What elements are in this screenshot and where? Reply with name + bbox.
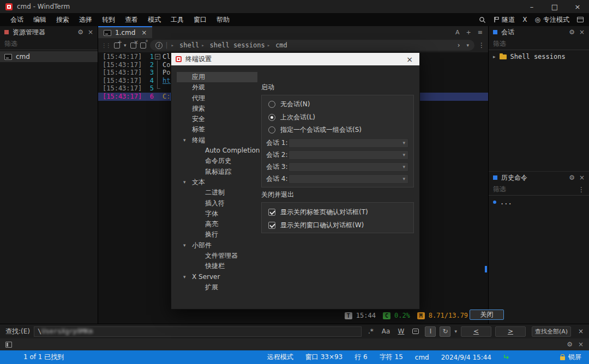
session-dropdown[interactable] <box>289 162 408 172</box>
session-tree-item[interactable]: ▸ Shell sessions <box>489 51 589 62</box>
chevron-right-icon[interactable]: › <box>458 41 460 49</box>
chevron-down-icon[interactable]: ▾ <box>454 329 457 334</box>
find-previous-button[interactable]: < <box>461 326 491 337</box>
history-item[interactable]: ... <box>489 197 589 208</box>
menu-item[interactable]: 窗口 <box>189 16 212 23</box>
search-icon[interactable] <box>479 16 486 23</box>
window-size[interactable]: 窗口 33×93 <box>305 353 342 362</box>
more-options-icon[interactable] <box>478 41 485 49</box>
tab-1-cmd[interactable]: 1.cmd × <box>98 26 152 38</box>
menu-item[interactable]: 帮助 <box>212 16 235 23</box>
cursor-toggle[interactable]: I <box>425 326 436 337</box>
fold-marker-icon[interactable] <box>154 61 163 69</box>
menu-item[interactable]: 编辑 <box>28 16 51 23</box>
fold-marker-icon[interactable] <box>154 84 163 93</box>
fold-marker-icon[interactable] <box>154 69 163 77</box>
wrap-around-icon[interactable] <box>440 326 450 337</box>
tab-list-icon[interactable]: ≡ <box>478 29 483 36</box>
clone-session-icon[interactable] <box>140 43 146 48</box>
gear-icon[interactable] <box>77 28 83 36</box>
settings-nav-item[interactable]: X Server <box>177 272 257 282</box>
settings-nav-item[interactable]: 搜索 <box>177 104 257 114</box>
checkbox-option[interactable]: 显示关闭窗口确认对话框(W) <box>268 221 364 230</box>
settings-nav-item[interactable]: 安全 <box>177 114 257 124</box>
session-dropdown[interactable] <box>289 174 408 184</box>
settings-nav-item[interactable]: 插入符 <box>177 198 257 209</box>
regex-toggle[interactable]: .* <box>365 326 376 337</box>
settings-nav-item[interactable]: 文本 <box>177 177 257 187</box>
checkbox-icon[interactable] <box>268 209 275 216</box>
lock-screen-button[interactable]: 锁屏 <box>560 353 581 362</box>
gear-icon[interactable] <box>569 28 575 36</box>
shell-type[interactable]: cmd <box>415 354 429 361</box>
focus-mode-button[interactable]: ◎ 专注模式 <box>535 15 569 25</box>
close-button[interactable]: × <box>566 0 589 13</box>
chevron-down-icon[interactable] <box>183 240 186 251</box>
menu-item[interactable]: 模式 <box>143 16 166 23</box>
history-filter-input[interactable]: 筛选 <box>489 184 589 196</box>
network-latency-icon[interactable] <box>503 353 510 361</box>
cursor-line[interactable]: 行 6 <box>354 353 367 362</box>
font-size-icon[interactable]: A <box>455 29 460 36</box>
find-next-button[interactable]: > <box>495 326 526 337</box>
chevron-down-icon[interactable]: ▾ <box>124 43 127 48</box>
breadcrumb-item[interactable]: cmd <box>267 41 287 49</box>
breadcrumb-item[interactable]: shell <box>171 41 200 49</box>
menu-item[interactable]: 会话 <box>5 16 28 23</box>
find-close-icon[interactable]: × <box>578 327 584 335</box>
tunnel-button[interactable]: 隧道 <box>494 15 515 25</box>
settings-nav-item[interactable]: 标签 <box>177 124 257 135</box>
settings-nav-item[interactable]: 小部件 <box>177 240 257 251</box>
close-panel-icon[interactable] <box>88 28 93 36</box>
tab-close-icon[interactable]: × <box>141 29 147 37</box>
dialog-close-button[interactable]: 关闭 <box>470 310 504 320</box>
settings-nav-item[interactable]: 终端 <box>177 135 257 145</box>
maximize-button[interactable]: □ <box>543 0 566 13</box>
x-server-button[interactable]: X <box>522 16 527 23</box>
breadcrumb-item[interactable]: shell sessions <box>201 41 265 49</box>
gear-icon[interactable] <box>569 174 575 181</box>
remote-mode[interactable]: 远程模式 <box>267 353 293 362</box>
new-session-icon[interactable] <box>114 43 120 48</box>
chevron-right-icon[interactable]: ▸ <box>493 54 496 59</box>
settings-nav-item[interactable]: 快捷栏 <box>177 261 257 271</box>
match-case-toggle[interactable]: Aa <box>380 326 392 337</box>
menu-item[interactable]: 查看 <box>120 16 143 23</box>
dialog-title-bar[interactable]: 终端设置 × <box>171 53 419 65</box>
session-dropdown[interactable] <box>289 150 408 160</box>
fold-marker-icon[interactable] <box>154 93 163 101</box>
settings-nav-item[interactable]: 代理 <box>177 93 257 104</box>
cursor-char[interactable]: 字符 15 <box>380 353 403 362</box>
chevron-down-icon[interactable] <box>183 135 186 145</box>
close-panel-icon[interactable] <box>578 341 584 348</box>
chevron-down-icon[interactable]: ▾ <box>466 43 469 48</box>
explorer-filter-input[interactable]: 筛选 <box>0 38 98 50</box>
layout-icon[interactable] <box>577 17 584 22</box>
settings-nav-item[interactable]: 扩展 <box>177 282 257 293</box>
menu-item[interactable]: 工具 <box>166 16 189 23</box>
breadcrumb[interactable]: | shellshell sessionscmd › ▾ <box>150 40 474 51</box>
settings-nav-item[interactable]: 命令历史 <box>177 156 257 166</box>
radio-option[interactable]: 指定一个会话或一组会话(S) <box>268 125 362 135</box>
close-session-icon[interactable] <box>130 43 136 48</box>
chevron-down-icon[interactable] <box>183 177 186 187</box>
menu-item[interactable]: 选择 <box>74 16 97 23</box>
settings-nav-item[interactable]: Auto Completion <box>177 145 257 156</box>
radio-icon[interactable] <box>268 114 275 121</box>
info-icon[interactable] <box>155 42 163 49</box>
sessions-filter-input[interactable]: 筛选 <box>489 38 589 50</box>
session-dropdown[interactable] <box>289 138 408 148</box>
settings-nav-item[interactable]: 换行 <box>177 229 257 240</box>
explorer-item-cmd[interactable]: cmd <box>0 51 98 62</box>
settings-nav-item[interactable]: 二进制 <box>177 187 257 198</box>
checkbox-icon[interactable] <box>268 222 275 229</box>
radio-option[interactable]: 上次会话(L) <box>268 113 315 122</box>
close-panel-icon[interactable] <box>579 174 585 181</box>
radio-option[interactable]: 无会话(N) <box>268 100 310 109</box>
settings-nav-item[interactable]: 文件管理器 <box>177 251 257 261</box>
radio-icon[interactable] <box>268 101 275 108</box>
menu-item[interactable]: 搜索 <box>51 16 74 23</box>
minimize-button[interactable]: – <box>520 0 543 13</box>
gear-icon[interactable] <box>567 341 573 348</box>
settings-nav-item[interactable]: 字体 <box>177 209 257 219</box>
